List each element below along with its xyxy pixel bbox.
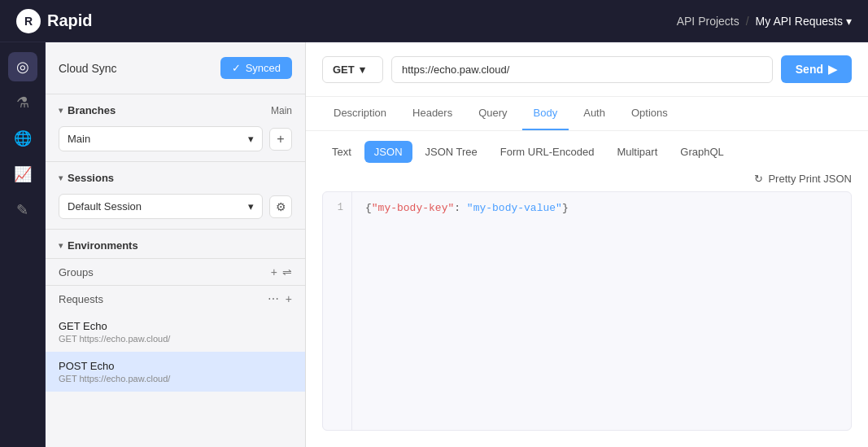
send-button[interactable]: Send ▶ xyxy=(781,55,852,83)
subtab-text[interactable]: Text xyxy=(322,141,361,163)
send-icon: ▶ xyxy=(828,63,837,76)
session-row: Default Session ▾ ⚙ xyxy=(46,191,305,229)
session-gear-button[interactable]: ⚙ xyxy=(269,195,292,218)
left-panel: Cloud Sync ✓ Synced ▾ Branches Main Main… xyxy=(46,42,306,447)
branch-select[interactable]: Main ▾ xyxy=(59,126,263,151)
api-projects-link[interactable]: API Projects xyxy=(677,15,739,28)
code-editor[interactable]: 1 {"my-body-key": "my-body-value"} xyxy=(322,191,852,431)
icon-sidebar: ◎ ⚗ 🌐 📈 ✎ xyxy=(0,42,46,447)
session-chevron-icon: ▾ xyxy=(248,200,254,213)
subtab-json[interactable]: JSON xyxy=(364,141,412,163)
request-name: GET Echo xyxy=(59,320,292,332)
requests-label: Requests xyxy=(59,293,103,305)
code-open-brace: { xyxy=(365,202,372,214)
sidebar-icon-flask[interactable]: ⚗ xyxy=(8,88,37,117)
requests-more-button[interactable]: ⋯ xyxy=(268,292,279,305)
add-branch-button[interactable]: + xyxy=(269,128,292,151)
my-api-requests-menu[interactable]: My API Requests ▾ xyxy=(756,15,852,28)
sessions-chevron-icon: ▾ xyxy=(59,173,63,182)
filter-icon[interactable]: ⇌ xyxy=(282,265,292,278)
pretty-print-button[interactable]: ↻ Pretty Print JSON xyxy=(754,173,852,185)
request-item-post-echo[interactable]: POST Echo GET https://echo.paw.cloud/ xyxy=(46,352,305,392)
add-request-button[interactable]: + xyxy=(286,292,292,305)
tab-headers[interactable]: Headers xyxy=(401,97,464,130)
branches-chevron-icon: ▾ xyxy=(59,106,63,115)
nav-separator: / xyxy=(746,15,749,28)
check-icon: ✓ xyxy=(232,62,241,74)
line-numbers: 1 xyxy=(323,192,352,430)
code-content: {"my-body-key": "my-body-value"} xyxy=(352,192,851,430)
main-layout: ◎ ⚗ 🌐 📈 ✎ Cloud Sync ✓ Synced ▾ Branches… xyxy=(0,42,868,447)
groups-actions: + ⇌ xyxy=(271,265,292,278)
chevron-down-icon: ▾ xyxy=(846,15,852,28)
subtabs-bar: Text JSON JSON Tree Form URL-Encoded Mul… xyxy=(306,131,868,166)
subtab-json-tree[interactable]: JSON Tree xyxy=(416,141,487,163)
sessions-title[interactable]: ▾ Sessions xyxy=(59,172,114,184)
sessions-section-header: ▾ Sessions xyxy=(46,162,305,191)
requests-actions: ⋯ + xyxy=(268,292,292,305)
code-key: "my-body-key" xyxy=(372,202,454,214)
branches-title[interactable]: ▾ Branches xyxy=(59,104,116,116)
subtab-graphql[interactable]: GraphQL xyxy=(670,141,733,163)
top-nav: R Rapid API Projects / My API Requests ▾ xyxy=(0,0,868,42)
refresh-icon: ↻ xyxy=(754,173,763,185)
environments-title[interactable]: ▾ Environments xyxy=(59,239,138,252)
right-panel: GET ▾ Send ▶ Description Headers Query B… xyxy=(306,42,868,447)
editor-area: ↻ Pretty Print JSON 1 {"my-body-key": "m… xyxy=(306,166,868,447)
branches-section-header: ▾ Branches Main xyxy=(46,94,305,123)
branches-dropdown-row: Main ▾ + xyxy=(46,123,305,161)
tab-query[interactable]: Query xyxy=(467,97,518,130)
branches-badge: Main xyxy=(271,105,292,116)
request-url: GET https://echo.paw.cloud/ xyxy=(59,334,292,344)
gear-icon: ⚙ xyxy=(276,200,286,213)
session-select[interactable]: Default Session ▾ xyxy=(59,194,263,219)
method-chevron-icon: ▾ xyxy=(360,64,365,76)
request-name: POST Echo xyxy=(59,360,292,372)
environments-chevron-icon: ▾ xyxy=(59,241,63,250)
logo-icon: R xyxy=(16,9,41,33)
method-label: GET xyxy=(333,64,355,76)
requests-header: Requests ⋯ + xyxy=(46,285,305,312)
tab-auth[interactable]: Auth xyxy=(572,97,617,130)
tab-options[interactable]: Options xyxy=(620,97,679,130)
cloud-sync-label: Cloud Sync xyxy=(59,62,117,75)
code-close-brace: } xyxy=(562,202,569,214)
nav-center: API Projects / My API Requests ▾ xyxy=(677,15,852,28)
url-input[interactable] xyxy=(391,56,773,83)
method-select[interactable]: GET ▾ xyxy=(322,56,383,83)
add-group-button[interactable]: + xyxy=(271,265,277,278)
synced-button[interactable]: ✓ Synced xyxy=(220,57,292,79)
code-colon: : xyxy=(454,202,467,214)
code-value: "my-body-value" xyxy=(467,202,562,214)
logo: R Rapid xyxy=(16,9,93,33)
sidebar-icon-globe[interactable]: 🌐 xyxy=(8,124,37,153)
tab-body[interactable]: Body xyxy=(522,97,569,130)
sidebar-icon-target[interactable]: ◎ xyxy=(8,52,37,81)
request-url: GET https://echo.paw.cloud/ xyxy=(59,374,292,383)
cloud-sync-bar: Cloud Sync ✓ Synced xyxy=(46,42,305,94)
request-item-get-echo[interactable]: GET Echo GET https://echo.paw.cloud/ xyxy=(46,312,305,352)
groups-label: Groups xyxy=(59,266,94,278)
pretty-print-bar: ↻ Pretty Print JSON xyxy=(322,166,852,191)
tab-description[interactable]: Description xyxy=(322,97,398,130)
sidebar-icon-chart[interactable]: 📈 xyxy=(8,160,37,189)
tabs-bar: Description Headers Query Body Auth Opti… xyxy=(306,97,868,131)
subtab-form-url-encoded[interactable]: Form URL-Encoded xyxy=(491,141,604,163)
groups-row: Groups + ⇌ xyxy=(46,258,305,285)
logo-text: Rapid xyxy=(47,11,93,30)
subtab-multipart[interactable]: Multipart xyxy=(607,141,667,163)
branch-chevron-icon: ▾ xyxy=(248,133,254,145)
environments-section-header: ▾ Environments xyxy=(46,229,305,258)
url-bar: GET ▾ Send ▶ xyxy=(306,42,868,97)
sidebar-icon-edit[interactable]: ✎ xyxy=(8,195,37,225)
